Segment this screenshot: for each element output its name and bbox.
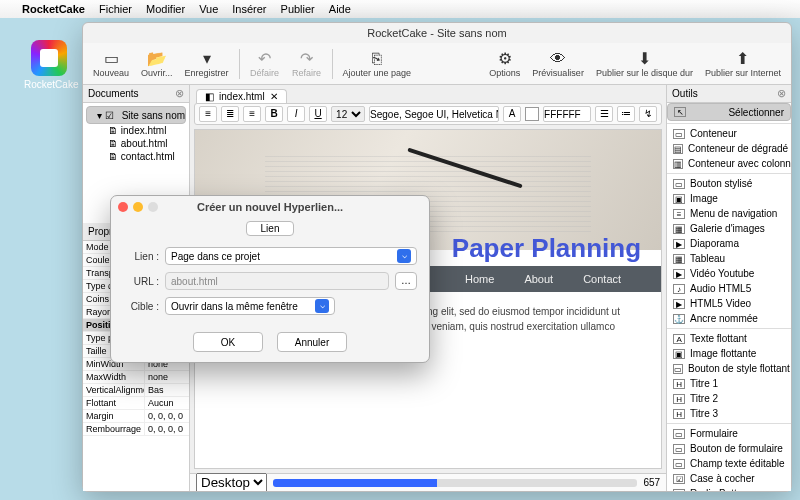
close-icon[interactable]: ✕: [270, 91, 278, 102]
checkbox-icon: ☑: [673, 474, 685, 484]
tool-item[interactable]: ☑Case à cocher: [667, 471, 791, 486]
page-icon: ◧: [205, 91, 214, 102]
desktop-app-icon[interactable]: RocketCake: [24, 40, 74, 90]
cancel-button[interactable]: Annuler: [277, 332, 347, 352]
tool-item[interactable]: ▣Image flottante: [667, 346, 791, 361]
tool-item[interactable]: ▭Formulaire: [667, 426, 791, 441]
tool-item[interactable]: ◉Radio Button: [667, 486, 791, 491]
open-button[interactable]: 📂Ouvrir...: [137, 48, 177, 80]
link-type-select[interactable]: Page dans ce projet⌵: [165, 247, 417, 265]
table-icon: ▦: [673, 254, 685, 264]
menu-publish[interactable]: Publier: [281, 3, 315, 15]
text-color-button[interactable]: A: [503, 106, 521, 122]
close-icon[interactable]: ⊗: [175, 87, 184, 100]
tree-root[interactable]: ▾ ☑ Site sans nom: [86, 106, 186, 124]
target-label: Cible :: [123, 301, 159, 312]
window-minimize-button[interactable]: [133, 202, 143, 212]
tool-item[interactable]: ▭Conteneur: [667, 126, 791, 141]
menu-help[interactable]: Aide: [329, 3, 351, 15]
tool-item[interactable]: ≡Menu de navigation: [667, 206, 791, 221]
hyperlink-dialog: Créer un nouvel Hyperlien... Lien Lien :…: [110, 195, 430, 363]
tool-item[interactable]: ▤Conteneur de dégradé: [667, 141, 791, 156]
font-family-input[interactable]: [369, 106, 499, 122]
window-zoom-button[interactable]: [148, 202, 158, 212]
menu-view[interactable]: Vue: [199, 3, 218, 15]
tool-item[interactable]: ▭Bouton de formulaire: [667, 441, 791, 456]
anchor-icon: ⚓: [673, 314, 685, 324]
list-ul-button[interactable]: ☰: [595, 106, 613, 122]
ok-button[interactable]: OK: [193, 332, 263, 352]
tool-item[interactable]: ATexte flottant: [667, 331, 791, 346]
options-button[interactable]: ⚙Options: [485, 48, 524, 80]
browse-button[interactable]: …: [395, 272, 417, 290]
cursor-icon: ↖: [674, 107, 686, 117]
tool-item[interactable]: ♪Audio HTML5: [667, 281, 791, 296]
color-swatch[interactable]: [525, 107, 539, 121]
url-input[interactable]: about.html: [165, 272, 389, 290]
align-center-button[interactable]: ≣: [221, 106, 239, 122]
tool-item[interactable]: ▭Bouton stylisé: [667, 176, 791, 191]
bold-button[interactable]: B: [265, 106, 283, 122]
tool-item[interactable]: ▶Vidéo Youtube: [667, 266, 791, 281]
new-button[interactable]: ▭Nouveau: [89, 48, 133, 80]
tree-file[interactable]: 🗎 contact.html: [86, 150, 186, 163]
window-title: RocketCake - Site sans nom: [83, 23, 791, 43]
tree-file[interactable]: 🗎 about.html: [86, 137, 186, 150]
tree-file[interactable]: 🗎 index.html: [86, 124, 186, 137]
color-hex-input[interactable]: [543, 106, 591, 122]
width-slider[interactable]: [273, 479, 637, 487]
tool-item[interactable]: ▦Tableau: [667, 251, 791, 266]
hero-title[interactable]: Paper Planning: [452, 233, 641, 264]
save-icon: ▾: [203, 50, 211, 68]
nav-link[interactable]: Home: [465, 273, 494, 285]
nav-link[interactable]: Contact: [583, 273, 621, 285]
list-ol-button[interactable]: ≔: [617, 106, 635, 122]
device-select[interactable]: Desktop: [196, 473, 267, 491]
italic-button[interactable]: I: [287, 106, 305, 122]
editor-tab[interactable]: ◧index.html✕: [196, 89, 287, 103]
tool-item[interactable]: ▣Image: [667, 191, 791, 206]
tool-item[interactable]: ▭Bouton de style flottant: [667, 361, 791, 376]
align-right-button[interactable]: ≡: [243, 106, 261, 122]
link-label: Lien :: [123, 251, 159, 262]
preview-button[interactable]: 👁Prévisualiser: [528, 48, 588, 80]
tool-item[interactable]: HTitre 1: [667, 376, 791, 391]
close-icon[interactable]: ⊗: [777, 87, 786, 100]
redo-button[interactable]: ↷Refaire: [288, 48, 326, 80]
folder-open-icon: 📂: [147, 50, 167, 68]
tool-item[interactable]: HTitre 3: [667, 406, 791, 421]
menu-edit[interactable]: Modifier: [146, 3, 185, 15]
tool-item[interactable]: ▭Champ texte éditable: [667, 456, 791, 471]
documents-panel-header: Documents⊗: [83, 85, 189, 103]
undo-button[interactable]: ↶Défaire: [246, 48, 284, 80]
tool-item[interactable]: ▦Galerie d'images: [667, 221, 791, 236]
font-size-select[interactable]: 12: [331, 106, 365, 122]
publish-web-button[interactable]: ⬆Publier sur Internet: [701, 48, 785, 80]
target-select[interactable]: Ouvrir dans la même fenêtre⌵: [165, 297, 335, 315]
tool-select[interactable]: ↖Sélectionner: [667, 103, 791, 121]
add-page-button[interactable]: ⎘Ajouter une page: [339, 48, 416, 80]
nav-link[interactable]: About: [524, 273, 553, 285]
align-left-button[interactable]: ≡: [199, 106, 217, 122]
tool-item[interactable]: ▶Diaporama: [667, 236, 791, 251]
upload-icon: ⬆: [736, 50, 749, 68]
slideshow-icon: ▶: [673, 239, 685, 249]
link-button[interactable]: ↯: [639, 106, 657, 122]
gear-icon: ⚙: [498, 50, 512, 68]
window-close-button[interactable]: [118, 202, 128, 212]
tool-item[interactable]: ▥Conteneur avec colonnes: [667, 156, 791, 171]
form-button-icon: ▭: [673, 444, 685, 454]
save-button[interactable]: ▾Enregistrer: [181, 48, 233, 80]
underline-button[interactable]: U: [309, 106, 327, 122]
tool-item[interactable]: HTitre 2: [667, 391, 791, 406]
menu-file[interactable]: Fichier: [99, 3, 132, 15]
menu-app[interactable]: RocketCake: [22, 3, 85, 15]
tool-item[interactable]: ▶HTML5 Video: [667, 296, 791, 311]
dialog-tab-link[interactable]: Lien: [246, 221, 295, 236]
file-icon: ▭: [104, 50, 119, 68]
publish-local-button[interactable]: ⬇Publier sur le disque dur: [592, 48, 697, 80]
tool-item[interactable]: ⚓Ancre nommée: [667, 311, 791, 326]
radio-icon: ◉: [673, 489, 685, 492]
menu-insert[interactable]: Insérer: [232, 3, 266, 15]
undo-icon: ↶: [258, 50, 271, 68]
